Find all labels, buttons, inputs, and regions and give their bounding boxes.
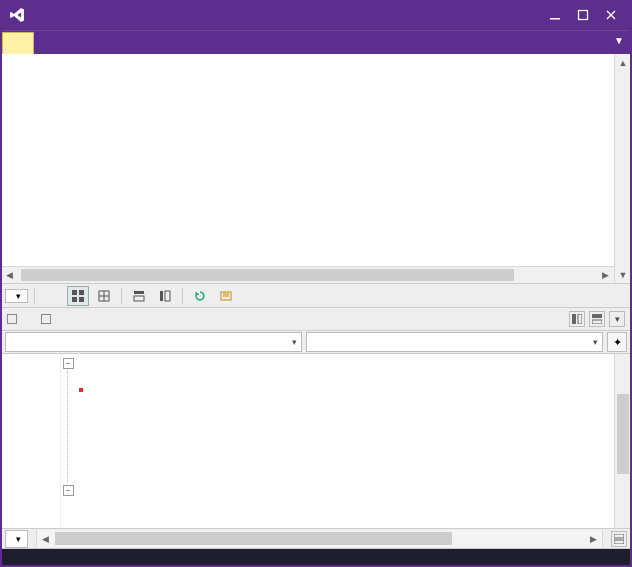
code-editor[interactable]: − − bbox=[0, 354, 632, 528]
scroll-thumb[interactable] bbox=[21, 269, 514, 281]
chevron-down-icon: ▾ bbox=[16, 291, 21, 301]
svg-rect-12 bbox=[165, 291, 170, 301]
svg-rect-4 bbox=[72, 297, 77, 302]
horizontal-split-button[interactable] bbox=[589, 311, 605, 327]
highlight-annotation bbox=[79, 388, 83, 392]
code-hscrollbar[interactable]: ◀ ▶ bbox=[36, 530, 603, 547]
separator bbox=[182, 288, 183, 304]
zoom-dropdown[interactable]: ▾ bbox=[5, 289, 28, 303]
tab-mainwindow-xaml[interactable] bbox=[2, 32, 34, 54]
fold-toggle[interactable]: − bbox=[63, 358, 74, 369]
status-bar: ▾ ◀ ▶ bbox=[0, 528, 632, 549]
element-dropdown-left[interactable]: ▾ bbox=[5, 332, 302, 352]
title-bar bbox=[0, 0, 632, 30]
design-icon bbox=[7, 314, 17, 324]
scroll-up-icon[interactable]: ▲ bbox=[615, 54, 631, 71]
svg-rect-5 bbox=[79, 297, 84, 302]
vs-logo-icon bbox=[8, 6, 26, 24]
split-view-button[interactable] bbox=[611, 531, 627, 547]
designer-hscrollbar[interactable]: ◀ ▶ bbox=[1, 266, 614, 283]
svg-rect-19 bbox=[592, 320, 602, 324]
maximize-button[interactable] bbox=[576, 8, 590, 22]
chevron-down-icon: ▾ bbox=[593, 337, 598, 347]
snaplines-button[interactable] bbox=[93, 286, 115, 306]
designer-vscrollbar[interactable]: ▲ ▼ bbox=[614, 54, 631, 283]
grid-snap-button[interactable] bbox=[67, 286, 89, 306]
scroll-down-icon[interactable]: ▼ bbox=[615, 266, 631, 283]
svg-rect-11 bbox=[160, 291, 163, 301]
svg-rect-10 bbox=[134, 296, 144, 301]
tabs-dropdown-icon[interactable]: ▼ bbox=[614, 35, 624, 46]
code-lines[interactable] bbox=[75, 354, 631, 528]
document-tabs: ▼ bbox=[0, 30, 632, 54]
code-vscrollbar[interactable] bbox=[614, 354, 631, 528]
separator bbox=[121, 288, 122, 304]
element-nav-bar: ▾ ▾ ✦ bbox=[0, 330, 632, 354]
code-zoom-dropdown[interactable]: ▾ bbox=[5, 530, 28, 548]
svg-rect-3 bbox=[79, 290, 84, 295]
fold-gutter: − − bbox=[61, 354, 75, 528]
collapse-pane-button[interactable]: ▾ bbox=[609, 311, 625, 327]
svg-rect-21 bbox=[614, 540, 624, 544]
element-dropdown-right[interactable]: ▾ bbox=[306, 332, 603, 352]
svg-rect-20 bbox=[614, 534, 624, 538]
svg-rect-0 bbox=[550, 18, 560, 20]
nav-toggle-button[interactable]: ✦ bbox=[607, 332, 627, 352]
svg-rect-1 bbox=[579, 11, 588, 20]
xaml-tab[interactable] bbox=[41, 314, 55, 324]
scroll-right-icon[interactable]: ▶ bbox=[585, 534, 602, 544]
designer-toolbar: ▾ bbox=[0, 284, 632, 308]
designer-surface[interactable]: ▲ ▼ ◀ ▶ bbox=[0, 54, 632, 284]
design-tab[interactable] bbox=[7, 314, 21, 324]
scroll-thumb[interactable] bbox=[55, 532, 452, 545]
svg-rect-9 bbox=[134, 291, 144, 294]
minimize-button[interactable] bbox=[548, 8, 562, 22]
scroll-left-icon[interactable]: ◀ bbox=[37, 534, 54, 544]
scroll-left-icon[interactable]: ◀ bbox=[1, 267, 18, 283]
layout-button-2[interactable] bbox=[154, 286, 176, 306]
vertical-split-button[interactable] bbox=[569, 311, 585, 327]
svg-rect-18 bbox=[592, 314, 602, 318]
separator bbox=[34, 288, 35, 304]
chevron-down-icon: ▾ bbox=[16, 534, 21, 544]
refresh-button[interactable] bbox=[189, 286, 211, 306]
chevron-down-icon: ▾ bbox=[292, 337, 297, 347]
disable-code-button[interactable] bbox=[215, 286, 237, 306]
close-button[interactable] bbox=[604, 8, 618, 22]
svg-rect-2 bbox=[72, 290, 77, 295]
xaml-icon bbox=[41, 314, 51, 324]
line-gutter bbox=[1, 354, 61, 528]
scroll-right-icon[interactable]: ▶ bbox=[597, 267, 614, 283]
svg-rect-16 bbox=[572, 314, 576, 324]
svg-rect-17 bbox=[578, 314, 582, 324]
effects-button[interactable] bbox=[41, 286, 63, 306]
layout-button-1[interactable] bbox=[128, 286, 150, 306]
pane-tabs: ▾ bbox=[0, 308, 632, 330]
scroll-thumb[interactable] bbox=[617, 394, 629, 474]
fold-toggle[interactable]: − bbox=[63, 485, 74, 496]
